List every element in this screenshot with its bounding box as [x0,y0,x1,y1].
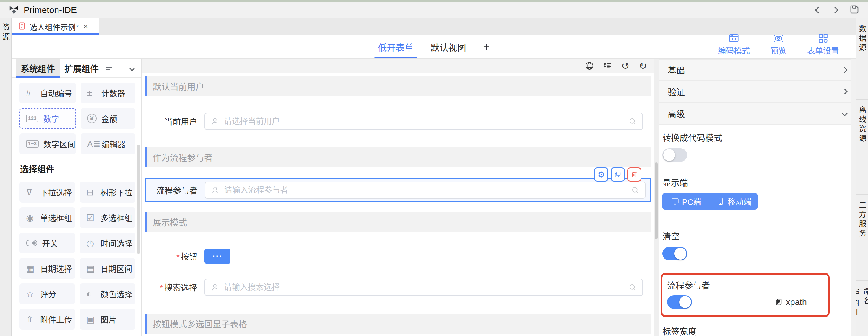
component-item-number-selected[interactable]: 123数字 [20,108,76,129]
doc-tab-active[interactable]: 选人组件示例* × [12,18,99,35]
collapse-panel-chevron-icon[interactable] [129,65,135,71]
search-select-input-box[interactable] [205,279,643,296]
section-header-as-participant[interactable]: 作为流程参与者 [145,147,651,167]
tab-system-components[interactable]: 系统组件 [16,59,60,77]
field-button-mode[interactable]: *按钮 ··· [142,248,643,264]
titlebar: Primeton-IDE [0,2,868,18]
field-current-user[interactable]: 当前用户 [142,113,643,130]
component-list-icon[interactable] [106,67,112,70]
form-canvas: ↺ ↻ 默认当前用户 当前用户 [142,59,653,336]
right-rail: 数据源 离线资源 三方服务 命名Sql [856,18,868,336]
app-title: Primeton-IDE [24,5,77,15]
participant-toggle[interactable] [667,295,692,309]
add-view-button[interactable]: + [483,35,489,59]
field-search-select[interactable]: *搜索选择 [142,279,643,296]
person-icon [210,117,219,126]
component-item-number-range[interactable]: 1~3数字区间 [20,133,76,154]
copy-doc-icon [775,298,783,306]
person-icon [211,186,219,195]
outline-tree-icon[interactable] [603,61,613,71]
code-mode-toggle[interactable] [662,148,687,162]
component-panel-scrollbar[interactable] [137,145,140,254]
trash-icon [630,171,638,178]
code-mode-button[interactable]: 编码模式 [718,33,750,56]
section-header-default-current-user[interactable]: 默认当前用户 [145,76,651,96]
component-item-switch[interactable]: 开关 [20,233,75,253]
search-select-input[interactable] [223,282,628,292]
code-window-icon [728,33,739,44]
xpath-label: xpath [786,297,807,307]
component-item-radio-group[interactable]: ◉单选框组 [20,207,75,228]
left-rail: 资源 [0,18,12,336]
checkbox-group-icon: ☑ [86,212,99,223]
xpath-link[interactable]: xpath [775,297,807,307]
clear-toggle[interactable] [662,247,687,260]
field-settings-gear-button[interactable]: ⚙ [594,167,608,181]
mobile-side-button[interactable]: 移动端 [710,193,757,210]
component-item-attachment-upload[interactable]: ⇧附件上传 [20,309,75,330]
accordion-basic[interactable]: 基础 [659,59,856,81]
component-item-image[interactable]: ▣图片 [80,309,135,330]
form-settings-button[interactable]: 表单设置 [807,33,839,56]
upload-icon: ⇧ [26,314,39,325]
section-header-button-mode-subtable[interactable]: 按钮模式多选回显子表格 [145,313,651,334]
tab-low-code-form[interactable]: 低开表单 [378,35,413,59]
copy-icon [614,171,622,178]
component-item-rating[interactable]: ☆评分 [20,283,75,304]
accordion-validation[interactable]: 验证 [659,81,856,103]
properties-scroll-gutter [851,59,856,336]
calendar-icon: ▦ [26,263,39,274]
component-panel: 系统组件 扩展组件 #自动编号 ±计数器 123数字 ¥金额 1~3数字区间 A… [12,59,142,336]
editor-icon: A≣ [87,139,100,149]
canvas-scrollbar[interactable] [655,162,658,239]
tab-default-view[interactable]: 默认视图 [430,35,466,59]
component-item-counter[interactable]: ±计数器 [81,83,135,103]
person-picker-button[interactable]: ··· [205,248,230,264]
participant-input[interactable] [224,186,631,195]
undo-icon[interactable]: ↺ [621,61,630,71]
current-user-input[interactable] [223,116,628,126]
right-rail-third-party-services[interactable]: 三方服务 [856,195,868,281]
right-rail-offline-resources[interactable]: 离线资源 [856,100,868,195]
palette-icon: ◐ [86,289,99,299]
component-item-autonumber[interactable]: #自动编号 [20,83,76,103]
field-copy-button[interactable] [611,167,625,181]
component-item-date-picker[interactable]: ▦日期选择 [20,258,75,279]
component-item-dropdown[interactable]: ⊽下拉选择 [20,182,75,203]
preview-label: 预览 [771,44,786,56]
accordion-advanced[interactable]: 高级 [659,103,856,125]
tab-extension-components[interactable]: 扩展组件 [60,59,103,77]
right-rail-named-sql[interactable]: 命名Sql [856,281,868,336]
redo-icon[interactable]: ↻ [639,61,647,71]
field-delete-button[interactable] [627,167,642,181]
globe-icon[interactable] [585,61,594,71]
nav-forward-icon[interactable] [832,7,838,13]
current-user-input-box[interactable] [205,113,643,130]
component-item-checkbox-group[interactable]: ☑多选框组 [80,207,135,228]
app-window: Primeton-IDE 资源 选人组件示例* × [0,0,868,336]
field-label: 流程参与者 [146,184,205,196]
left-rail-resources[interactable]: 资源 [0,18,11,336]
nav-back-icon[interactable] [815,7,822,13]
save-icon[interactable] [849,4,860,16]
component-item-amount[interactable]: ¥金额 [81,108,135,129]
image-icon: ▣ [86,314,99,325]
star-icon: ☆ [26,289,39,299]
component-item-date-range[interactable]: ▤日期区间 [80,258,135,279]
range-1-3-icon: 1~3 [26,140,39,148]
close-icon[interactable]: × [83,23,88,31]
number-123-icon: 123 [26,114,38,123]
component-item-tree-dropdown[interactable]: ⊟树形下拉 [80,182,135,203]
right-rail-datasource[interactable]: 数据源 [856,18,868,100]
preview-button[interactable]: 预览 [771,33,786,56]
select-components-section-title: 选择组件 [20,162,135,175]
component-item-time-picker[interactable]: ◷时间选择 [80,233,135,253]
section-header-display-mode[interactable]: 展示模式 [145,212,651,232]
pc-side-button[interactable]: PC端 [662,193,710,210]
component-item-color-picker[interactable]: ◐颜色选择 [80,283,135,304]
field-participant-selected[interactable]: 流程参与者 ⚙ [145,178,651,202]
radio-group-icon: ◉ [26,212,39,223]
component-item-editor[interactable]: A≣编辑器 [81,133,135,154]
hash-icon: # [26,88,39,98]
participant-input-box[interactable] [205,181,646,199]
